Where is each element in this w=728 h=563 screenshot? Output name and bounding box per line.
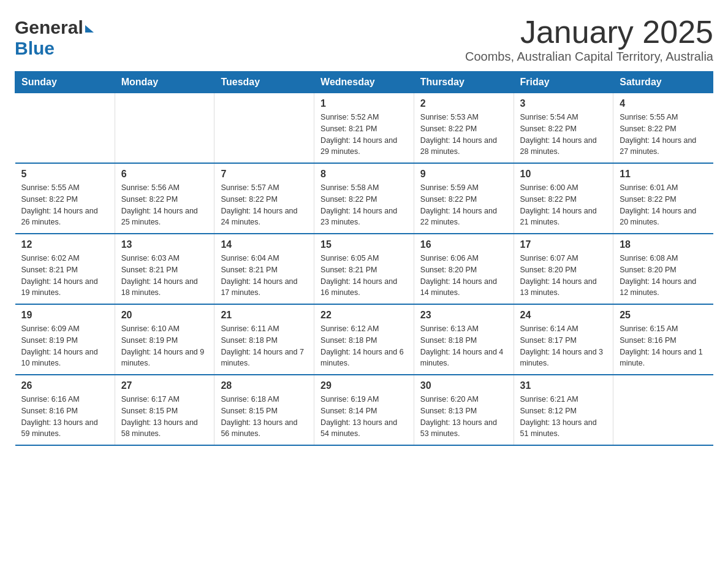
- day-number: 12: [21, 239, 108, 250]
- day-number: 23: [420, 310, 507, 321]
- calendar-cell: 16Sunrise: 6:06 AM Sunset: 8:20 PM Dayli…: [414, 234, 514, 304]
- day-number: 20: [121, 310, 208, 321]
- day-number: 30: [420, 380, 507, 391]
- day-info: Sunrise: 6:09 AM Sunset: 8:19 PM Dayligh…: [21, 323, 108, 369]
- day-info: Sunrise: 6:07 AM Sunset: 8:20 PM Dayligh…: [520, 253, 607, 299]
- day-info: Sunrise: 6:10 AM Sunset: 8:19 PM Dayligh…: [121, 323, 208, 369]
- day-number: 31: [520, 380, 607, 391]
- calendar-cell: 7Sunrise: 5:57 AM Sunset: 8:22 PM Daylig…: [214, 163, 314, 234]
- day-info: Sunrise: 6:02 AM Sunset: 8:21 PM Dayligh…: [21, 253, 108, 299]
- day-info: Sunrise: 5:54 AM Sunset: 8:22 PM Dayligh…: [520, 112, 607, 158]
- calendar-header-row: SundayMondayTuesdayWednesdayThursdayFrid…: [15, 72, 713, 93]
- day-info: Sunrise: 5:57 AM Sunset: 8:22 PM Dayligh…: [221, 182, 308, 228]
- day-info: Sunrise: 6:16 AM Sunset: 8:16 PM Dayligh…: [21, 394, 108, 440]
- calendar-cell: [115, 93, 214, 164]
- day-info: Sunrise: 6:03 AM Sunset: 8:21 PM Dayligh…: [121, 253, 208, 299]
- calendar-cell: 2Sunrise: 5:53 AM Sunset: 8:22 PM Daylig…: [414, 93, 514, 164]
- day-number: 6: [121, 169, 208, 180]
- day-number: 1: [320, 98, 408, 109]
- day-number: 28: [221, 380, 308, 391]
- day-number: 15: [320, 239, 408, 250]
- day-info: Sunrise: 6:18 AM Sunset: 8:15 PM Dayligh…: [221, 394, 308, 440]
- calendar-cell: 5Sunrise: 5:55 AM Sunset: 8:22 PM Daylig…: [15, 163, 115, 234]
- calendar-cell: 14Sunrise: 6:04 AM Sunset: 8:21 PM Dayli…: [214, 234, 314, 304]
- calendar-cell: 24Sunrise: 6:14 AM Sunset: 8:17 PM Dayli…: [514, 304, 613, 375]
- month-title: January 2025: [465, 15, 713, 50]
- day-info: Sunrise: 6:14 AM Sunset: 8:17 PM Dayligh…: [520, 323, 607, 369]
- calendar-cell: 18Sunrise: 6:08 AM Sunset: 8:20 PM Dayli…: [613, 234, 713, 304]
- header-sunday: Sunday: [15, 72, 115, 93]
- day-info: Sunrise: 6:19 AM Sunset: 8:14 PM Dayligh…: [320, 394, 408, 440]
- day-number: 10: [520, 169, 607, 180]
- day-info: Sunrise: 6:15 AM Sunset: 8:16 PM Dayligh…: [620, 323, 707, 369]
- day-info: Sunrise: 5:52 AM Sunset: 8:21 PM Dayligh…: [320, 112, 408, 158]
- day-number: 25: [620, 310, 707, 321]
- calendar-cell: 17Sunrise: 6:07 AM Sunset: 8:20 PM Dayli…: [514, 234, 613, 304]
- calendar-cell: 21Sunrise: 6:11 AM Sunset: 8:18 PM Dayli…: [214, 304, 314, 375]
- day-number: 5: [21, 169, 108, 180]
- calendar-cell: 26Sunrise: 6:16 AM Sunset: 8:16 PM Dayli…: [15, 375, 115, 445]
- day-info: Sunrise: 6:05 AM Sunset: 8:21 PM Dayligh…: [320, 253, 408, 299]
- calendar-cell: 28Sunrise: 6:18 AM Sunset: 8:15 PM Dayli…: [214, 375, 314, 445]
- day-number: 11: [620, 169, 707, 180]
- header-saturday: Saturday: [613, 72, 713, 93]
- day-number: 17: [520, 239, 607, 250]
- day-number: 27: [121, 380, 208, 391]
- day-number: 19: [21, 310, 108, 321]
- calendar-cell: 25Sunrise: 6:15 AM Sunset: 8:16 PM Dayli…: [613, 304, 713, 375]
- day-info: Sunrise: 6:08 AM Sunset: 8:20 PM Dayligh…: [620, 253, 707, 299]
- day-number: 8: [320, 169, 408, 180]
- calendar-cell: 23Sunrise: 6:13 AM Sunset: 8:18 PM Dayli…: [414, 304, 514, 375]
- week-row-5: 26Sunrise: 6:16 AM Sunset: 8:16 PM Dayli…: [15, 375, 713, 445]
- day-info: Sunrise: 5:53 AM Sunset: 8:22 PM Dayligh…: [420, 112, 507, 158]
- day-number: 21: [221, 310, 308, 321]
- day-info: Sunrise: 6:06 AM Sunset: 8:20 PM Dayligh…: [420, 253, 507, 299]
- calendar-cell: 22Sunrise: 6:12 AM Sunset: 8:18 PM Dayli…: [314, 304, 414, 375]
- calendar-cell: 13Sunrise: 6:03 AM Sunset: 8:21 PM Dayli…: [115, 234, 214, 304]
- calendar-cell: 27Sunrise: 6:17 AM Sunset: 8:15 PM Dayli…: [115, 375, 214, 445]
- day-info: Sunrise: 5:55 AM Sunset: 8:22 PM Dayligh…: [21, 182, 108, 228]
- title-area: January 2025 Coombs, Australian Capital …: [465, 15, 713, 64]
- day-info: Sunrise: 6:12 AM Sunset: 8:18 PM Dayligh…: [320, 323, 408, 369]
- day-number: 3: [520, 98, 607, 109]
- logo-blue: Blue: [15, 38, 55, 59]
- week-row-4: 19Sunrise: 6:09 AM Sunset: 8:19 PM Dayli…: [15, 304, 713, 375]
- day-number: 18: [620, 239, 707, 250]
- week-row-1: 1Sunrise: 5:52 AM Sunset: 8:21 PM Daylig…: [15, 93, 713, 164]
- week-row-3: 12Sunrise: 6:02 AM Sunset: 8:21 PM Dayli…: [15, 234, 713, 304]
- day-number: 29: [320, 380, 408, 391]
- header-wednesday: Wednesday: [314, 72, 414, 93]
- day-info: Sunrise: 6:11 AM Sunset: 8:18 PM Dayligh…: [221, 323, 308, 369]
- header-monday: Monday: [115, 72, 214, 93]
- calendar-cell: 19Sunrise: 6:09 AM Sunset: 8:19 PM Dayli…: [15, 304, 115, 375]
- calendar-cell: [214, 93, 314, 164]
- day-number: 13: [121, 239, 208, 250]
- day-info: Sunrise: 6:01 AM Sunset: 8:22 PM Dayligh…: [620, 182, 707, 228]
- calendar-table: SundayMondayTuesdayWednesdayThursdayFrid…: [15, 71, 713, 446]
- calendar-cell: 15Sunrise: 6:05 AM Sunset: 8:21 PM Dayli…: [314, 234, 414, 304]
- calendar-cell: 4Sunrise: 5:55 AM Sunset: 8:22 PM Daylig…: [613, 93, 713, 164]
- day-number: 14: [221, 239, 308, 250]
- day-number: 2: [420, 98, 507, 109]
- header-friday: Friday: [514, 72, 613, 93]
- day-number: 9: [420, 169, 507, 180]
- calendar-cell: 1Sunrise: 5:52 AM Sunset: 8:21 PM Daylig…: [314, 93, 414, 164]
- calendar-cell: 6Sunrise: 5:56 AM Sunset: 8:22 PM Daylig…: [115, 163, 214, 234]
- calendar-cell: 12Sunrise: 6:02 AM Sunset: 8:21 PM Dayli…: [15, 234, 115, 304]
- calendar-cell: 20Sunrise: 6:10 AM Sunset: 8:19 PM Dayli…: [115, 304, 214, 375]
- page-header: General Blue January 2025 Coombs, Austra…: [15, 15, 713, 64]
- day-number: 7: [221, 169, 308, 180]
- calendar-cell: [15, 93, 115, 164]
- calendar-cell: 30Sunrise: 6:20 AM Sunset: 8:13 PM Dayli…: [414, 375, 514, 445]
- calendar-cell: 9Sunrise: 5:59 AM Sunset: 8:22 PM Daylig…: [414, 163, 514, 234]
- calendar-cell: 31Sunrise: 6:21 AM Sunset: 8:12 PM Dayli…: [514, 375, 613, 445]
- logo-triangle-icon: [85, 25, 94, 33]
- day-info: Sunrise: 5:59 AM Sunset: 8:22 PM Dayligh…: [420, 182, 507, 228]
- week-row-2: 5Sunrise: 5:55 AM Sunset: 8:22 PM Daylig…: [15, 163, 713, 234]
- day-number: 22: [320, 310, 408, 321]
- header-tuesday: Tuesday: [214, 72, 314, 93]
- day-info: Sunrise: 5:56 AM Sunset: 8:22 PM Dayligh…: [121, 182, 208, 228]
- day-info: Sunrise: 6:04 AM Sunset: 8:21 PM Dayligh…: [221, 253, 308, 299]
- calendar-cell: 10Sunrise: 6:00 AM Sunset: 8:22 PM Dayli…: [514, 163, 613, 234]
- calendar-cell: 3Sunrise: 5:54 AM Sunset: 8:22 PM Daylig…: [514, 93, 613, 164]
